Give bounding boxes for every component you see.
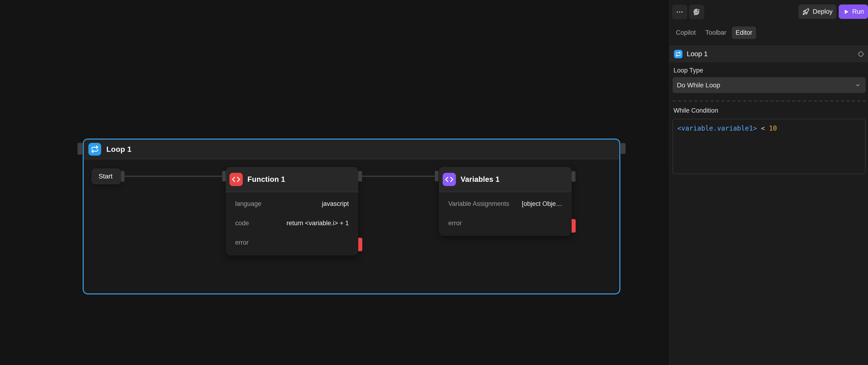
row-value: return <variable.i> + 1: [287, 220, 349, 227]
loop-type-label: Loop Type: [674, 67, 703, 74]
variables-output-port[interactable]: [572, 171, 576, 182]
chat-button[interactable]: [689, 5, 704, 19]
code-icon: [443, 173, 456, 186]
repeat-icon: [674, 50, 682, 58]
run-button-label: Run: [852, 8, 864, 15]
row-value: [object Obje…: [522, 200, 562, 207]
function-row-code: code return <variable.i> + 1: [226, 213, 358, 233]
function-input-port[interactable]: [222, 171, 226, 181]
row-label: language: [235, 200, 261, 207]
play-icon: [843, 9, 849, 15]
code-token-number: 10: [769, 125, 777, 132]
section-divider: [673, 101, 866, 101]
function-row-error: error: [226, 233, 358, 252]
function-node-header[interactable]: Function 1: [226, 167, 358, 192]
run-button[interactable]: Run: [839, 4, 868, 19]
variables-error-port[interactable]: [572, 219, 576, 233]
tab-editor[interactable]: Editor: [732, 27, 756, 39]
more-button[interactable]: [672, 5, 687, 19]
side-panel: Deploy Run Copilot Toolbar Editor Loop 1: [669, 0, 868, 365]
deploy-button-label: Deploy: [813, 8, 833, 15]
start-node[interactable]: Start: [91, 168, 121, 185]
flow-canvas[interactable]: Loop 1 Start Function 1: [0, 0, 669, 365]
crosshair-icon[interactable]: [858, 51, 864, 57]
tab-copilot[interactable]: Copilot: [676, 27, 696, 39]
loop-output-port[interactable]: [621, 143, 625, 154]
row-label: error: [448, 220, 462, 227]
code-token-variable: <variable.variable1>: [677, 125, 757, 132]
function-row-language: language javascript: [226, 194, 358, 213]
loop-type-value: Do While Loop: [677, 81, 855, 89]
variables-node-title: Variables 1: [461, 175, 500, 184]
start-output-port[interactable]: [121, 171, 125, 182]
loop-group-title: Loop 1: [106, 145, 132, 154]
edge-start-to-function[interactable]: [124, 176, 223, 177]
variables-row-error: error: [439, 213, 572, 233]
loop-input-port[interactable]: [78, 143, 82, 155]
code-icon: [229, 173, 243, 186]
rocket-icon: [802, 8, 809, 15]
variables-row-assignments: Variable Assignments [object Obje…: [439, 194, 572, 213]
start-node-label: Start: [98, 173, 113, 180]
workflow-editor-app: Loop 1 Start Function 1: [0, 0, 868, 365]
function-output-port[interactable]: [358, 171, 362, 181]
repeat-icon: [88, 143, 101, 156]
deploy-button[interactable]: Deploy: [799, 4, 836, 19]
tab-toolbar[interactable]: Toolbar: [705, 27, 726, 39]
variables-node-header[interactable]: Variables 1: [439, 167, 572, 192]
code-line: <variable.variable1> < 10: [673, 119, 865, 137]
chat-bubble-icon: [692, 7, 701, 16]
loop-type-select[interactable]: Do While Loop: [673, 77, 866, 93]
variables-node-body: Variable Assignments [object Obje… error: [439, 192, 572, 233]
variables-node[interactable]: Variables 1 Variable Assignments [object…: [439, 167, 572, 236]
function-error-port[interactable]: [358, 238, 362, 251]
function-node-title: Function 1: [247, 175, 285, 184]
row-label: Variable Assignments: [448, 200, 509, 207]
function-node[interactable]: Function 1 language javascript code retu…: [226, 167, 358, 256]
while-condition-editor[interactable]: <variable.variable1> < 10: [673, 119, 866, 174]
row-label: error: [235, 239, 249, 246]
row-label: code: [235, 220, 249, 227]
function-node-body: language javascript code return <variabl…: [226, 192, 358, 252]
variables-input-port[interactable]: [435, 171, 438, 181]
block-header-title: Loop 1: [687, 50, 854, 58]
row-value: javascript: [322, 200, 349, 207]
code-token-operator: <: [757, 125, 769, 132]
block-header: Loop 1: [670, 46, 868, 62]
loop-group-header[interactable]: Loop 1: [84, 139, 619, 159]
ellipsis-icon: [676, 8, 684, 16]
while-condition-label: While Condition: [674, 107, 718, 114]
edge-function-to-variables[interactable]: [362, 176, 435, 177]
chevron-down-icon: [855, 82, 861, 88]
